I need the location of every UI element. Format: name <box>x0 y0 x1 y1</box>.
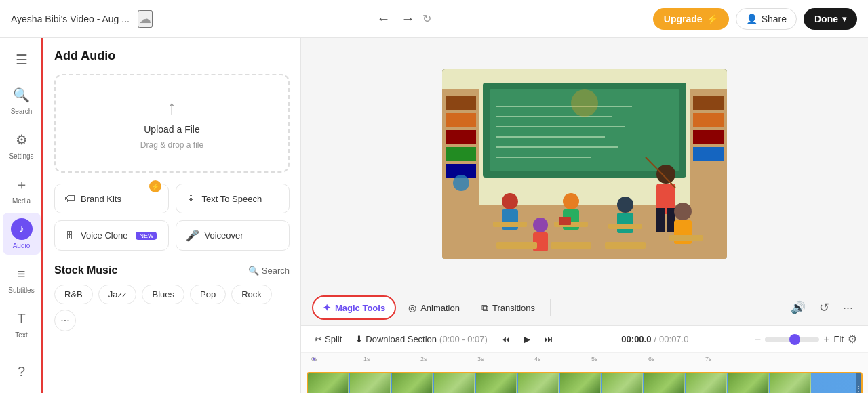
track-thumb-9 <box>644 373 685 393</box>
sidebar-item-media[interactable]: ＋ Media <box>3 168 41 210</box>
volume-button[interactable]: 🔊 <box>787 296 810 319</box>
sidebar-item-help[interactable]: ? <box>3 355 41 388</box>
genre-rnb[interactable]: R&B <box>54 285 93 304</box>
header-title: Ayesha Bibi's Video - Aug ... <box>11 14 130 24</box>
transitions-button[interactable]: ⧉ Transitions <box>472 297 545 319</box>
svg-rect-23 <box>656 208 665 232</box>
transitions-label: Transitions <box>492 303 535 313</box>
genre-blues[interactable]: Blues <box>142 285 184 304</box>
time-total: 00:07.0 <box>659 334 688 344</box>
ruler-mark-0s: 0s <box>311 356 318 363</box>
upload-area[interactable]: ↑ Upload a File Drag & drop a file <box>54 74 290 173</box>
ruler-mark-6s: 6s <box>648 356 655 363</box>
sidebar-item-settings[interactable]: ⚙ Settings <box>3 123 41 165</box>
svg-rect-37 <box>605 242 646 249</box>
share-button[interactable]: 👤 Share <box>736 8 797 30</box>
brand-kits-button[interactable]: ⚡ 🏷 Brand Kits <box>54 184 169 213</box>
timeline-controls: ✂ Split ⬇ Download Section (0:00 - 0:07)… <box>301 326 868 353</box>
audio-panel: Add Audio ↑ Upload a File Drag & drop a … <box>43 38 301 393</box>
header-right: Upgrade ⚡ 👤 Share Done ▾ <box>653 8 857 30</box>
genre-more-button[interactable]: ··· <box>54 310 76 331</box>
upgrade-label: Upgrade <box>664 14 703 24</box>
stock-music-search[interactable]: 🔍 Search <box>248 266 290 276</box>
zoom-thumb <box>789 334 800 345</box>
stock-music-title: Stock Music <box>54 264 117 276</box>
track-thumb-10 <box>686 373 727 393</box>
download-icon: ⬇ <box>355 334 363 344</box>
refresh-button[interactable]: ↻ <box>422 12 431 25</box>
timeline: ✂ Split ⬇ Download Section (0:00 - 0:07)… <box>301 325 868 393</box>
text-to-speech-button[interactable]: 🎙 Text To Speech <box>176 184 290 213</box>
tts-label: Text To Speech <box>202 194 262 204</box>
settings-icon: ⚙ <box>11 129 33 150</box>
zoom-slider[interactable] <box>765 337 819 342</box>
ruler-mark-7s: 7s <box>705 356 712 363</box>
undo-button[interactable]: ← <box>374 8 393 29</box>
magic-tools-button[interactable]: ✦ Magic Tools <box>312 295 396 320</box>
speed-button[interactable]: ↺ <box>815 296 833 319</box>
svg-point-45 <box>571 89 598 117</box>
svg-rect-19 <box>693 130 724 144</box>
time-current: 00:00.0 <box>621 334 651 344</box>
voiceover-label: Voiceover <box>205 230 243 241</box>
new-badge: NEW <box>136 232 157 240</box>
done-button[interactable]: Done ▾ <box>804 8 857 30</box>
chevron-down-icon: ▾ <box>842 14 846 24</box>
voice-clone-button[interactable]: 🎚 Voice Clone NEW <box>54 220 169 251</box>
genre-jazz[interactable]: Jazz <box>98 285 137 304</box>
sidebar-item-text[interactable]: T Text <box>3 302 41 344</box>
play-button[interactable]: ▶ <box>521 331 533 347</box>
track-thumb-6 <box>518 373 559 393</box>
tts-icon: 🎙 <box>186 192 197 205</box>
search-icon-small: 🔍 <box>248 266 259 276</box>
track-thumb-12 <box>770 373 811 393</box>
sidebar-item-search[interactable]: 🔍 Search <box>3 79 41 121</box>
timeline-track: ⏸ ⋮ <box>301 367 868 393</box>
subtitles-icon: ≡ <box>11 263 33 285</box>
sidebar-item-hamburger[interactable]: ☰ <box>3 43 41 76</box>
fit-button[interactable]: Fit <box>834 334 844 344</box>
sidebar-text-label: Text <box>15 331 27 339</box>
skip-forward-button[interactable]: ⏭ <box>541 331 555 347</box>
cloud-save-button[interactable]: ☁ <box>138 10 153 28</box>
upload-title: Upload a File <box>144 124 200 135</box>
upgrade-button[interactable]: Upgrade ⚡ <box>653 8 729 30</box>
sidebar-search-label: Search <box>11 108 33 115</box>
genre-pop[interactable]: Pop <box>190 285 226 304</box>
animation-button[interactable]: ◎ Animation <box>399 297 469 318</box>
svg-point-21 <box>656 165 675 184</box>
track-end-handle[interactable]: ⋮ <box>856 373 861 393</box>
zoom-out-button[interactable]: − <box>755 333 761 346</box>
download-label: Download Section <box>366 334 437 344</box>
svg-rect-14 <box>446 147 476 161</box>
skip-back-button[interactable]: ⏮ <box>498 331 513 347</box>
ruler-mark-1s: 1s <box>363 356 370 363</box>
help-icon: ? <box>11 360 33 382</box>
svg-rect-43 <box>669 235 703 241</box>
video-canvas <box>301 38 868 290</box>
zoom-in-button[interactable]: + <box>823 333 829 346</box>
svg-rect-40 <box>608 224 642 229</box>
voiceover-button[interactable]: 🎤 Voiceover <box>176 220 290 251</box>
magic-tools-icon: ✦ <box>323 302 331 313</box>
redo-button[interactable]: → <box>398 8 417 29</box>
track-thumb-1 <box>308 373 349 393</box>
svg-point-41 <box>674 203 692 220</box>
ruler-mark-2s: 2s <box>420 356 427 363</box>
toolbar-separator <box>550 299 551 316</box>
magic-tools-label: Magic Tools <box>335 303 385 313</box>
track-thumb-2 <box>350 373 391 393</box>
sidebar-item-audio[interactable]: ♪ Audio <box>3 213 41 255</box>
animation-label: Animation <box>420 303 460 313</box>
video-frame <box>442 69 727 259</box>
more-options-button[interactable]: ··· <box>839 297 857 319</box>
sidebar-item-subtitles[interactable]: ≡ Subtitles <box>3 257 41 299</box>
svg-rect-32 <box>559 217 571 225</box>
split-button[interactable]: ✂ Split <box>312 331 344 347</box>
genre-rock[interactable]: Rock <box>231 285 272 304</box>
track-thumbnails <box>308 373 861 393</box>
brand-kits-label: Brand Kits <box>81 194 121 204</box>
svg-rect-17 <box>693 96 724 110</box>
download-section-button[interactable]: ⬇ Download Section (0:00 - 0:07) <box>353 331 490 347</box>
timeline-settings-button[interactable]: ⚙ <box>848 333 857 346</box>
